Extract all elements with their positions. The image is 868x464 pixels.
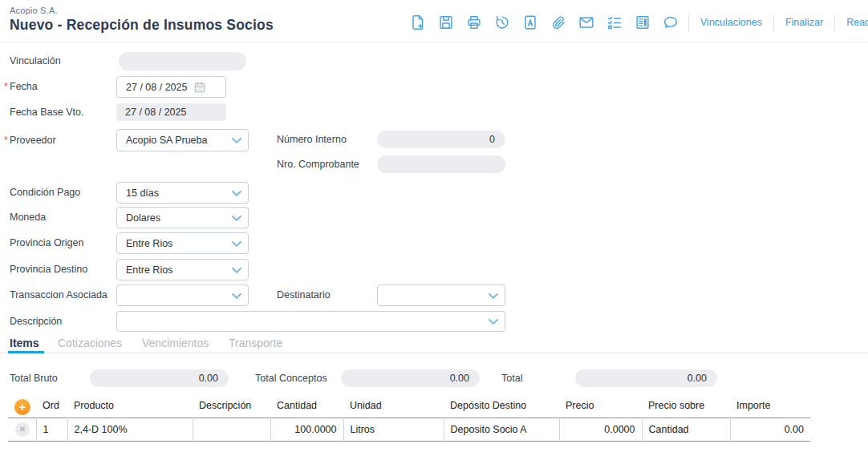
condicion-pago-label: Condición Pago xyxy=(10,182,80,204)
descripcion-select[interactable] xyxy=(116,311,505,332)
cell-descripcion[interactable] xyxy=(193,418,270,441)
cell-precio-sobre[interactable]: Cantidad xyxy=(642,418,730,441)
cell-unidad[interactable]: Litros xyxy=(343,418,444,441)
fecha-input[interactable]: 27 / 08 / 2025 xyxy=(116,76,226,98)
chevron-down-icon xyxy=(232,137,241,143)
cell-precio[interactable]: 0.0000 xyxy=(559,418,642,441)
page-title: Nuevo - Recepción de Insumos Socios xyxy=(10,17,274,34)
nro-comprobante-field xyxy=(377,155,505,173)
add-row-button[interactable]: + xyxy=(14,399,30,415)
cell-ord[interactable]: 1 xyxy=(36,418,67,441)
required-star: * xyxy=(4,129,8,151)
proveedor-select[interactable]: Acopio SA Prueba xyxy=(116,129,249,151)
tab-bar: Items Cotizaciones Vencimientos Transpor… xyxy=(0,336,868,353)
vinculacion-field xyxy=(119,52,246,71)
total-label: Total xyxy=(501,369,522,387)
chevron-down-icon xyxy=(232,190,241,196)
toolbar-separator xyxy=(773,14,774,31)
tab-transporte[interactable]: Transporte xyxy=(229,337,282,349)
document-a-icon[interactable] xyxy=(516,12,544,33)
tab-cotizaciones[interactable]: Cotizaciones xyxy=(58,337,122,349)
column-header-cantidad: Cantidad xyxy=(270,398,343,418)
fecha-base-field: 27 / 08 / 2025 xyxy=(116,103,226,121)
total-bruto-field: 0.00 xyxy=(90,369,229,387)
total-conceptos-label: Total Conceptos xyxy=(255,369,327,387)
items-header-row: + Ord Producto Descripción Cantidad Unid… xyxy=(8,398,810,418)
active-tab-underline xyxy=(8,351,44,353)
column-header-descripcion: Descripción xyxy=(193,398,270,418)
company-name: Acopio S.A. xyxy=(10,6,58,15)
tab-items[interactable]: Items xyxy=(10,337,39,349)
column-header-importe: Importe xyxy=(730,398,810,418)
condicion-pago-select[interactable]: 15 días xyxy=(116,182,249,204)
history-icon[interactable] xyxy=(488,12,516,33)
chevron-down-icon xyxy=(489,318,498,325)
transaccion-asociada-label: Transaccion Asociada xyxy=(10,284,107,306)
descripcion-label: Descripción xyxy=(10,311,62,332)
vinculaciones-button[interactable]: Vinculaciones xyxy=(693,17,769,28)
column-header-precio-sobre: Precio sobre xyxy=(642,398,730,418)
page-header: Acopio S.A. Nuevo - Recepción de Insumos… xyxy=(0,0,868,42)
provincia-origen-select[interactable]: Entre Rios xyxy=(116,232,249,254)
transaccion-asociada-select[interactable] xyxy=(116,284,249,306)
delete-row-button[interactable]: ✕ xyxy=(15,422,30,437)
items-table: + Ord Producto Descripción Cantidad Unid… xyxy=(8,398,810,442)
finalizar-button[interactable]: Finalizar xyxy=(778,17,830,28)
table-row: ✕ 1 2,4-D 100% 100.0000 Litros Deposito … xyxy=(8,418,810,441)
recepcion-insumos-page: Acopio S.A. Nuevo - Recepción de Insumos… xyxy=(0,0,868,464)
report-icon[interactable] xyxy=(628,12,656,33)
provincia-origen-label: Provincia Origen xyxy=(10,232,83,254)
print-icon[interactable] xyxy=(460,12,488,33)
cell-importe[interactable]: 0.00 xyxy=(730,418,810,441)
chevron-down-icon xyxy=(232,215,241,221)
destinatario-label: Destinatario xyxy=(277,284,331,306)
total-conceptos-field: 0.00 xyxy=(341,369,480,387)
checklist-icon[interactable] xyxy=(600,12,628,33)
column-header-ord: Ord xyxy=(36,398,67,418)
fecha-label: *Fecha xyxy=(10,76,38,98)
chevron-down-icon xyxy=(232,267,241,273)
column-header-producto: Producto xyxy=(67,398,193,418)
fecha-base-label: Fecha Base Vto. xyxy=(10,103,83,121)
numero-interno-label: Número Interno xyxy=(277,131,347,148)
column-header-precio: Precio xyxy=(559,398,642,418)
required-star: * xyxy=(4,76,8,98)
provincia-destino-label: Provincia Destino xyxy=(10,259,87,280)
new-document-icon[interactable] xyxy=(404,12,432,33)
toolbar-separator xyxy=(834,14,835,31)
cell-producto[interactable]: 2,4-D 100% xyxy=(67,418,193,441)
cell-deposito-destino[interactable]: Deposito Socio A xyxy=(444,418,559,441)
numero-interno-field: 0 xyxy=(377,131,505,148)
comment-icon[interactable] xyxy=(656,12,684,33)
toolbar-separator xyxy=(688,14,689,31)
reactivar-button[interactable]: Reactivar xyxy=(839,17,868,28)
destinatario-select[interactable] xyxy=(377,284,505,306)
total-field: 0.00 xyxy=(575,369,717,387)
moneda-label: Moneda xyxy=(10,207,46,228)
mail-icon[interactable] xyxy=(572,12,600,33)
calendar-icon[interactable] xyxy=(193,81,206,94)
chevron-down-icon xyxy=(232,240,241,247)
column-header-unidad: Unidad xyxy=(343,398,444,418)
proveedor-label: *Proveedor xyxy=(10,129,56,151)
nro-comprobante-label: Nro. Comprobante xyxy=(277,155,359,173)
chevron-down-icon xyxy=(489,293,498,299)
save-icon[interactable] xyxy=(432,12,460,33)
tab-vencimientos[interactable]: Vencimientos xyxy=(142,337,209,349)
attachment-icon[interactable] xyxy=(544,12,572,33)
toolbar: Vinculaciones Finalizar Reactivar M xyxy=(404,12,868,33)
moneda-select[interactable]: Dolares xyxy=(116,207,249,228)
provincia-destino-select[interactable]: Entre Rios xyxy=(116,259,249,280)
total-bruto-label: Total Bruto xyxy=(10,369,58,387)
chevron-down-icon xyxy=(232,293,241,299)
column-header-deposito-destino: Depósito Destino xyxy=(444,398,559,418)
vinculacion-label: Vinculación xyxy=(10,52,61,71)
cell-cantidad[interactable]: 100.0000 xyxy=(270,418,343,441)
